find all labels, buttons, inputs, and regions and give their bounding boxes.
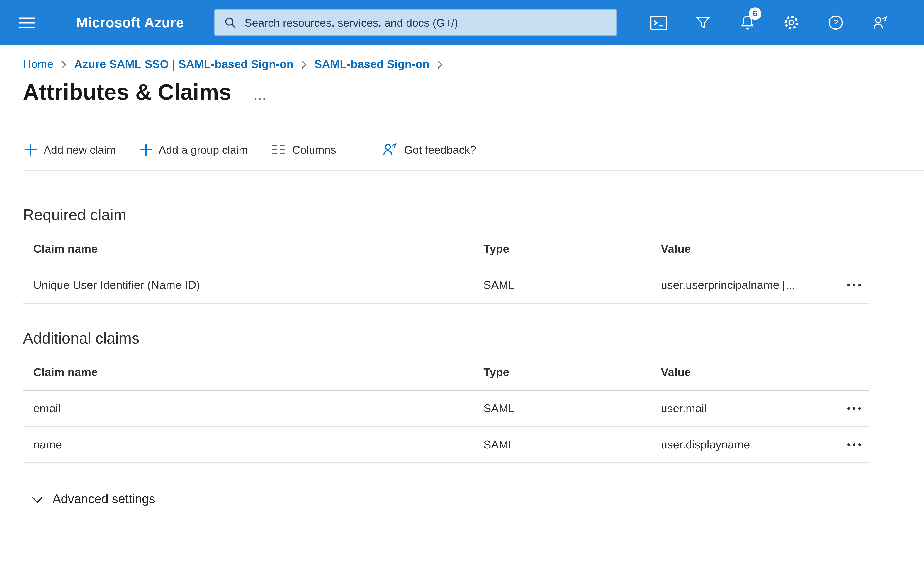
advanced-settings-label: Advanced settings xyxy=(53,492,155,507)
ellipsis-icon xyxy=(847,443,861,446)
required-claim-table: Claim name Type Value Unique User Identi… xyxy=(23,231,869,304)
required-claim-heading: Required claim xyxy=(23,205,924,225)
claim-type-cell: SAML xyxy=(473,402,650,415)
breadcrumb-home[interactable]: Home xyxy=(23,58,53,71)
settings-button[interactable] xyxy=(776,6,808,39)
notification-badge: 6 xyxy=(749,7,761,20)
breadcrumb: Home Azure SAML SSO | SAML-based Sign-on… xyxy=(23,58,924,71)
additional-claims-heading: Additional claims xyxy=(23,328,924,349)
row-context-menu-button[interactable] xyxy=(843,401,866,416)
gear-icon xyxy=(783,14,800,31)
row-context-menu-button[interactable] xyxy=(843,438,866,452)
toolbar-divider xyxy=(358,140,359,158)
advanced-settings-toggle[interactable]: Advanced settings xyxy=(30,488,157,511)
row-actions-cell xyxy=(839,278,869,293)
azure-header: Microsoft Azure xyxy=(0,0,924,45)
topbar-actions: 6 ? xyxy=(642,6,897,39)
got-feedback-label: Got feedback? xyxy=(404,143,476,156)
row-actions-cell xyxy=(839,438,869,452)
column-header-claim-name: Claim name xyxy=(23,242,473,256)
hamburger-icon xyxy=(19,16,35,28)
claim-name-cell: email xyxy=(23,402,473,415)
claim-name-cell: name xyxy=(23,438,473,451)
command-bar: Add new claim Add a group claim Columns xyxy=(23,139,924,171)
ellipsis-icon xyxy=(847,407,861,410)
azure-portal-page: Microsoft Azure xyxy=(0,0,924,584)
claim-value-cell: user.displayname xyxy=(650,438,839,451)
notifications-button[interactable]: 6 xyxy=(731,6,764,39)
claim-name-cell: Unique User Identifier (Name ID) xyxy=(23,278,473,292)
svg-text:?: ? xyxy=(833,18,838,27)
chevron-right-icon xyxy=(61,59,67,69)
column-header-type: Type xyxy=(473,366,650,379)
columns-label: Columns xyxy=(292,143,336,156)
search-icon xyxy=(224,16,236,29)
column-header-value: Value xyxy=(650,242,839,256)
directory-filter-icon xyxy=(695,15,711,31)
table-header-row: Claim name Type Value xyxy=(23,355,869,391)
table-row[interactable]: name SAML user.displayname xyxy=(23,427,869,463)
claim-value-cell: user.mail xyxy=(650,402,839,415)
page-title: Attributes & Claims xyxy=(23,80,231,105)
page-content: Home Azure SAML SSO | SAML-based Sign-on… xyxy=(0,58,924,556)
brand-title[interactable]: Microsoft Azure xyxy=(76,15,184,31)
add-new-claim-label: Add new claim xyxy=(44,143,116,156)
got-feedback-button[interactable]: Got feedback? xyxy=(380,139,478,160)
add-group-claim-label: Add a group claim xyxy=(158,143,248,156)
feedback-person-icon xyxy=(381,141,398,157)
breadcrumb-saml-signon[interactable]: SAML-based Sign-on xyxy=(314,58,429,71)
chevron-right-icon xyxy=(437,59,443,69)
column-header-claim-name: Claim name xyxy=(23,366,473,379)
help-icon: ? xyxy=(828,14,845,31)
additional-claims-table: Claim name Type Value email SAML user.ma… xyxy=(23,355,869,463)
cloud-shell-icon xyxy=(650,15,668,31)
search-input[interactable] xyxy=(243,15,608,30)
feedback-person-icon xyxy=(872,14,889,31)
claim-value-cell: user.userprincipalname [... xyxy=(650,278,839,292)
help-button[interactable]: ? xyxy=(820,6,852,39)
ellipsis-icon xyxy=(847,284,861,287)
columns-button[interactable]: Columns xyxy=(270,141,338,158)
plus-icon xyxy=(25,143,37,156)
column-header-type: Type xyxy=(473,242,650,256)
column-header-value: Value xyxy=(650,366,839,379)
global-search[interactable] xyxy=(214,9,617,36)
chevron-down-icon xyxy=(32,496,43,503)
breadcrumb-app-sso[interactable]: Azure SAML SSO | SAML-based Sign-on xyxy=(74,58,294,71)
add-new-claim-button[interactable]: Add new claim xyxy=(23,141,117,158)
chevron-right-icon xyxy=(301,59,307,69)
cloud-shell-button[interactable] xyxy=(642,6,675,39)
table-row[interactable]: Unique User Identifier (Name ID) SAML us… xyxy=(23,267,869,304)
directory-filter-button[interactable] xyxy=(687,6,719,39)
hamburger-menu-button[interactable] xyxy=(0,0,53,45)
row-actions-cell xyxy=(839,401,869,416)
claim-type-cell: SAML xyxy=(473,438,650,451)
claim-type-cell: SAML xyxy=(473,278,650,292)
ellipsis-icon xyxy=(254,97,266,100)
table-row[interactable]: email SAML user.mail xyxy=(23,391,869,427)
page-context-menu-button[interactable] xyxy=(251,90,269,104)
feedback-button[interactable] xyxy=(864,6,897,39)
columns-icon xyxy=(272,144,286,155)
row-context-menu-button[interactable] xyxy=(843,278,866,293)
plus-icon xyxy=(139,143,152,156)
title-row: Attributes & Claims ✕ xyxy=(23,80,924,105)
table-header-row: Claim name Type Value xyxy=(23,231,869,267)
add-group-claim-button[interactable]: Add a group claim xyxy=(138,141,249,158)
